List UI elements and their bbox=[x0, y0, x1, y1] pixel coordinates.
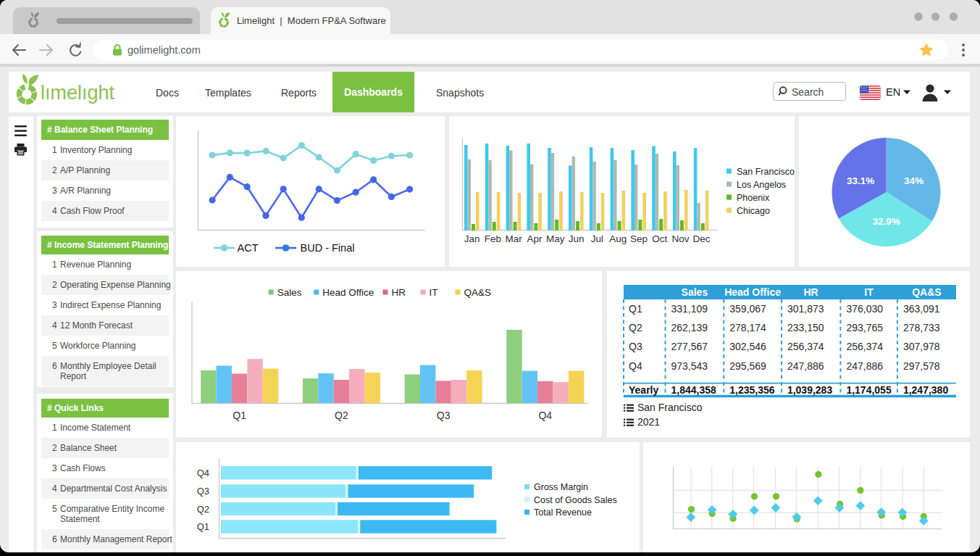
svg-text:IT: IT bbox=[430, 287, 438, 298]
svg-text:IT: IT bbox=[864, 286, 874, 298]
svg-text:302,546: 302,546 bbox=[729, 341, 766, 352]
svg-text:QA&S: QA&S bbox=[912, 286, 941, 298]
svg-text:Head Office: Head Office bbox=[724, 286, 781, 298]
svg-text:233,150: 233,150 bbox=[787, 322, 824, 333]
svg-text:Q2: Q2 bbox=[629, 322, 642, 333]
svg-text:297,578: 297,578 bbox=[903, 360, 940, 372]
svg-text:Jul: Jul bbox=[591, 233, 603, 244]
svg-text:34%: 34% bbox=[904, 175, 924, 186]
svg-text:363,091: 363,091 bbox=[903, 303, 940, 315]
svg-text:Q3: Q3 bbox=[197, 486, 209, 497]
svg-text:1,174,055: 1,174,055 bbox=[846, 384, 891, 396]
svg-text:Feb: Feb bbox=[485, 233, 501, 244]
svg-text:Total Revenue: Total Revenue bbox=[534, 507, 592, 518]
svg-text:277,567: 277,567 bbox=[671, 341, 708, 352]
svg-text:Oct: Oct bbox=[652, 233, 667, 244]
svg-text:1,247,380: 1,247,380 bbox=[903, 384, 948, 396]
svg-text:Q3: Q3 bbox=[629, 341, 642, 352]
svg-text:278,733: 278,733 bbox=[903, 322, 940, 333]
svg-text:1,844,358: 1,844,358 bbox=[671, 384, 716, 396]
svg-text:Q1: Q1 bbox=[233, 410, 246, 421]
svg-text:BUD - Final: BUD - Final bbox=[301, 242, 355, 254]
svg-text:307,978: 307,978 bbox=[903, 341, 940, 352]
svg-text:Q2: Q2 bbox=[335, 410, 348, 421]
svg-text:33.1%: 33.1% bbox=[847, 175, 874, 186]
svg-text:Nov: Nov bbox=[672, 233, 690, 244]
svg-text:Los Angelos: Los Angelos bbox=[737, 180, 786, 190]
svg-text:Phoenix: Phoenix bbox=[737, 193, 770, 203]
svg-text:2021: 2021 bbox=[637, 416, 660, 428]
svg-text:Sales: Sales bbox=[277, 287, 302, 298]
svg-text:Head Office: Head Office bbox=[322, 287, 374, 298]
svg-text:295,569: 295,569 bbox=[729, 360, 766, 372]
svg-text:Q1: Q1 bbox=[197, 521, 209, 532]
svg-text:Chicago: Chicago bbox=[737, 206, 770, 216]
svg-text:32.9%: 32.9% bbox=[873, 216, 900, 227]
svg-text:San Francisco: San Francisco bbox=[637, 402, 703, 413]
svg-text:247,886: 247,886 bbox=[846, 360, 883, 372]
svg-text:Sep: Sep bbox=[630, 233, 648, 244]
svg-text:Mar: Mar bbox=[506, 233, 523, 244]
svg-text:301,873: 301,873 bbox=[787, 303, 824, 315]
svg-text:1,039,283: 1,039,283 bbox=[787, 384, 832, 396]
svg-text:HR: HR bbox=[392, 287, 406, 298]
svg-text:Sales: Sales bbox=[682, 286, 708, 298]
svg-text:359,067: 359,067 bbox=[729, 303, 766, 315]
svg-text:HR: HR bbox=[803, 286, 818, 298]
svg-text:Dec: Dec bbox=[692, 233, 710, 244]
svg-text:May: May bbox=[546, 233, 565, 244]
svg-text:Jun: Jun bbox=[569, 233, 585, 244]
svg-text:Aug: Aug bbox=[609, 233, 627, 244]
svg-text:256,374: 256,374 bbox=[846, 341, 883, 352]
svg-text:Yearly: Yearly bbox=[629, 384, 658, 396]
svg-text:ACT: ACT bbox=[238, 242, 259, 254]
svg-text:256,374: 256,374 bbox=[787, 341, 824, 352]
svg-text:1,235,356: 1,235,356 bbox=[729, 384, 774, 396]
svg-text:376,030: 376,030 bbox=[846, 303, 883, 315]
svg-text:Q4: Q4 bbox=[197, 468, 209, 478]
svg-text:Q1: Q1 bbox=[629, 303, 642, 315]
svg-text:973,543: 973,543 bbox=[671, 360, 708, 372]
svg-text:Jan: Jan bbox=[464, 233, 480, 244]
svg-text:QA&S: QA&S bbox=[464, 287, 492, 298]
svg-text:293,765: 293,765 bbox=[846, 322, 883, 333]
svg-text:Gross Margin: Gross Margin bbox=[534, 482, 588, 492]
svg-text:Q3: Q3 bbox=[437, 410, 451, 421]
svg-text:Q4: Q4 bbox=[629, 360, 642, 372]
svg-text:247,886: 247,886 bbox=[787, 360, 824, 372]
svg-text:331,109: 331,109 bbox=[671, 303, 708, 315]
svg-text:262,139: 262,139 bbox=[671, 322, 708, 333]
svg-text:278,174: 278,174 bbox=[729, 322, 766, 333]
svg-text:San Francisco: San Francisco bbox=[737, 167, 795, 177]
svg-text:Cost of Goods Sales: Cost of Goods Sales bbox=[534, 495, 617, 505]
svg-text:Q4: Q4 bbox=[538, 410, 552, 421]
svg-text:Q2: Q2 bbox=[197, 504, 209, 515]
svg-text:Apr: Apr bbox=[527, 233, 543, 244]
